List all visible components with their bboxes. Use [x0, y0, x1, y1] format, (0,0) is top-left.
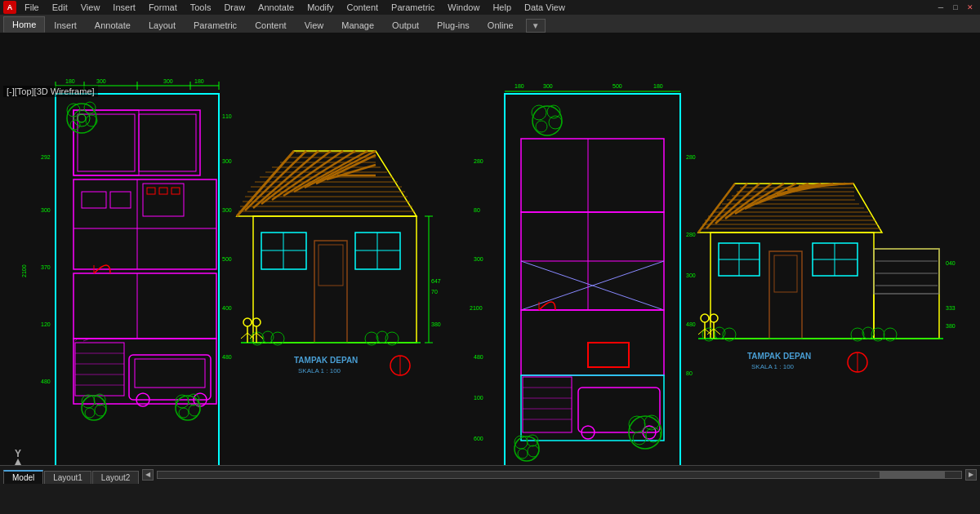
svg-text:SKALA 1 : 100: SKALA 1 : 100 [751, 363, 795, 370]
ribbon-dropdown[interactable]: ▼ [526, 19, 546, 33]
drawing-tabs: Model Layout1 Layout2 [0, 466, 139, 484]
viewport-label: [-][Top][3D Wireframe] [3, 86, 98, 97]
svg-text:300: 300 [163, 78, 173, 84]
menu-file[interactable]: File [18, 2, 46, 13]
tab-home[interactable]: Home [3, 16, 45, 33]
svg-text:180: 180 [514, 83, 524, 89]
tab-output[interactable]: Output [383, 17, 428, 33]
status-bar: Model Layout1 Layout2 ◀ ▶ [0, 465, 980, 483]
tab-content[interactable]: Content [246, 17, 296, 33]
scrollbar-thumb[interactable] [880, 472, 945, 478]
menu-insert[interactable]: Insert [106, 2, 142, 13]
svg-text:300: 300 [543, 83, 553, 89]
svg-text:480: 480 [686, 321, 696, 327]
svg-text:70: 70 [431, 289, 438, 295]
svg-text:647: 647 [431, 278, 441, 284]
svg-text:110: 110 [222, 113, 232, 119]
menu-window[interactable]: Window [441, 2, 486, 13]
canvas-area[interactable]: [-][Top][3D Wireframe] 180 300 300 180 1… [0, 33, 980, 465]
restore-button[interactable]: □ [949, 2, 962, 13]
tab-manage[interactable]: Manage [332, 17, 383, 33]
ribbon-tabs: Home Insert Annotate Layout Parametric C… [0, 15, 980, 33]
svg-text:300: 300 [686, 273, 696, 278]
tab-view[interactable]: View [296, 17, 333, 33]
title-bar-left: A File Edit View Insert Format Tools Dra… [3, 1, 572, 14]
scroll-right-button[interactable]: ▶ [965, 469, 977, 481]
svg-text:TAMPAK DEPAN: TAMPAK DEPAN [294, 356, 358, 365]
svg-text:2100: 2100 [470, 305, 483, 311]
svg-text:280: 280 [474, 158, 483, 164]
svg-text:500: 500 [612, 83, 622, 89]
menu-parametric[interactable]: Parametric [385, 2, 441, 13]
menu-modify[interactable]: Modify [301, 2, 340, 13]
title-bar: A File Edit View Insert Format Tools Dra… [0, 0, 980, 15]
svg-text:040: 040 [946, 260, 956, 266]
svg-text:120: 120 [41, 321, 51, 327]
svg-text:180: 180 [65, 78, 75, 84]
tab-layout[interactable]: Layout [140, 17, 185, 33]
app-icon: A [3, 1, 16, 14]
svg-text:480: 480 [474, 354, 483, 360]
svg-text:500: 500 [222, 256, 232, 262]
svg-text:180: 180 [194, 78, 204, 84]
tab-plugins[interactable]: Plug-ins [428, 17, 479, 33]
svg-text:280: 280 [686, 154, 696, 160]
svg-text:80: 80 [474, 207, 480, 213]
menu-dataview[interactable]: Data View [518, 2, 572, 13]
menu-view[interactable]: View [74, 2, 107, 13]
tab-online[interactable]: Online [479, 17, 523, 33]
svg-text:600: 600 [474, 436, 483, 441]
menu-edit[interactable]: Edit [46, 2, 74, 13]
svg-text:480: 480 [222, 354, 232, 360]
menu-content[interactable]: Content [341, 2, 385, 13]
svg-text:80: 80 [686, 370, 693, 376]
menu-annotate[interactable]: Annotate [252, 2, 301, 13]
svg-text:300: 300 [96, 78, 106, 84]
tab-model[interactable]: Model [3, 470, 43, 484]
svg-text:280: 280 [686, 232, 696, 237]
window-controls: ─ □ ✕ [934, 2, 977, 13]
svg-text:Y: Y [15, 448, 21, 459]
svg-text:480: 480 [41, 379, 51, 384]
menu-bar: File Edit View Insert Format Tools Draw … [18, 2, 572, 13]
svg-text:333: 333 [946, 305, 956, 311]
svg-text:400: 400 [222, 305, 232, 311]
svg-text:100: 100 [474, 395, 483, 401]
menu-draw[interactable]: Draw [217, 2, 252, 13]
tab-parametric[interactable]: Parametric [185, 17, 246, 33]
svg-text:TAMPAK DEPAN: TAMPAK DEPAN [747, 352, 811, 361]
cad-drawing: 180 300 300 180 110 300 300 500 400 480 … [0, 33, 980, 465]
menu-tools[interactable]: Tools [184, 2, 218, 13]
svg-text:380: 380 [946, 323, 956, 329]
minimize-button[interactable]: ─ [934, 2, 947, 13]
svg-text:300: 300 [222, 207, 232, 213]
svg-text:2100: 2100 [21, 264, 27, 277]
svg-text:292: 292 [41, 154, 51, 160]
svg-text:300: 300 [41, 207, 51, 213]
svg-text:370: 370 [41, 264, 51, 270]
scroll-left-button[interactable]: ◀ [142, 469, 154, 481]
svg-text:380: 380 [431, 321, 441, 327]
close-button[interactable]: ✕ [964, 2, 977, 13]
tab-layout2[interactable]: Layout2 [92, 471, 140, 484]
svg-text:180: 180 [653, 83, 663, 89]
svg-text:SKALA 1 : 100: SKALA 1 : 100 [298, 367, 341, 374]
tab-annotate[interactable]: Annotate [86, 17, 140, 33]
tab-insert[interactable]: Insert [45, 17, 86, 33]
horizontal-scrollbar[interactable] [157, 471, 962, 479]
tab-layout1[interactable]: Layout1 [44, 471, 91, 484]
menu-format[interactable]: Format [142, 2, 184, 13]
scrollbar-area: ◀ ▶ [139, 469, 980, 481]
svg-text:300: 300 [222, 158, 232, 164]
svg-text:300: 300 [474, 256, 483, 262]
menu-help[interactable]: Help [486, 2, 518, 13]
